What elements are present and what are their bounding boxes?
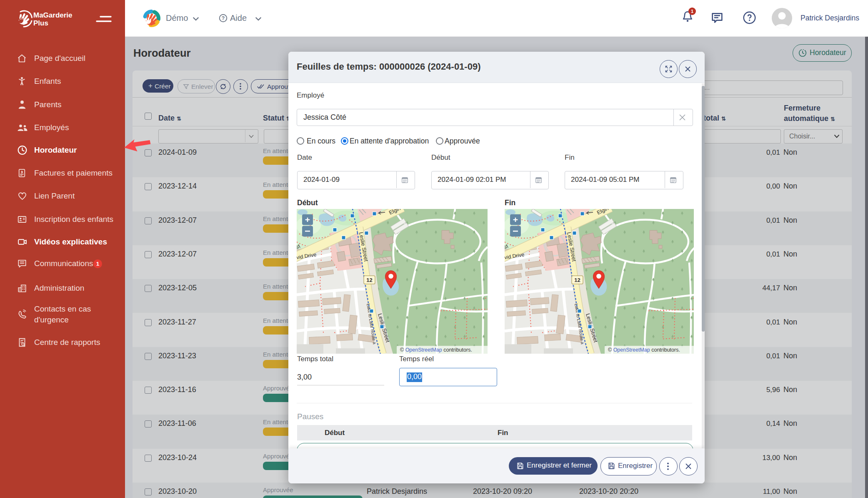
svg-text:?: ? [222,15,225,21]
